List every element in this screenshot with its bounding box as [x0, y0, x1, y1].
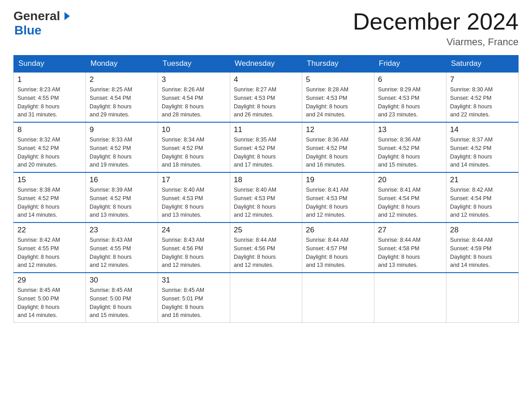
day-info: Sunrise: 8:40 AMSunset: 4:53 PMDaylight:… [234, 186, 298, 219]
calendar-cell: 31Sunrise: 8:45 AMSunset: 5:01 PMDayligh… [158, 273, 230, 323]
day-info: Sunrise: 8:45 AMSunset: 5:01 PMDaylight:… [162, 286, 226, 320]
week-row-1: 1Sunrise: 8:23 AMSunset: 4:55 PMDaylight… [14, 72, 519, 122]
day-number: 10 [162, 125, 226, 134]
col-thursday: Thursday [302, 56, 374, 73]
day-info: Sunrise: 8:37 AMSunset: 4:52 PMDaylight:… [450, 136, 515, 169]
day-number: 13 [378, 125, 442, 134]
calendar-cell [446, 273, 519, 323]
calendar-cell: 26Sunrise: 8:44 AMSunset: 4:57 PMDayligh… [302, 223, 374, 273]
logo-arrow-icon [61, 11, 71, 21]
day-info: Sunrise: 8:42 AMSunset: 4:54 PMDaylight:… [450, 186, 515, 219]
calendar-cell: 14Sunrise: 8:37 AMSunset: 4:52 PMDayligh… [446, 122, 519, 172]
col-saturday: Saturday [446, 56, 519, 73]
col-friday: Friday [374, 56, 446, 73]
day-number: 8 [17, 125, 82, 134]
day-number: 27 [378, 226, 442, 235]
day-number: 14 [450, 125, 515, 134]
title-block: December 2024 Viarmes, France [353, 9, 519, 48]
page-header: General Blue December 2024 Viarmes, Fran… [13, 9, 519, 48]
day-number: 24 [162, 226, 226, 235]
day-info: Sunrise: 8:44 AMSunset: 4:56 PMDaylight:… [234, 236, 298, 270]
day-info: Sunrise: 8:43 AMSunset: 4:56 PMDaylight:… [162, 236, 226, 270]
day-info: Sunrise: 8:38 AMSunset: 4:52 PMDaylight:… [17, 186, 82, 219]
day-info: Sunrise: 8:26 AMSunset: 4:54 PMDaylight:… [162, 86, 226, 119]
calendar-cell: 24Sunrise: 8:43 AMSunset: 4:56 PMDayligh… [158, 223, 230, 273]
calendar-cell: 8Sunrise: 8:32 AMSunset: 4:52 PMDaylight… [14, 122, 86, 172]
calendar-cell: 30Sunrise: 8:45 AMSunset: 5:00 PMDayligh… [86, 273, 158, 323]
calendar-header-row: Sunday Monday Tuesday Wednesday Thursday… [14, 56, 519, 73]
calendar-cell: 4Sunrise: 8:27 AMSunset: 4:53 PMDaylight… [230, 72, 302, 122]
calendar-cell [230, 273, 302, 323]
day-info: Sunrise: 8:30 AMSunset: 4:52 PMDaylight:… [450, 86, 515, 119]
day-info: Sunrise: 8:34 AMSunset: 4:52 PMDaylight:… [162, 136, 226, 169]
calendar-cell: 17Sunrise: 8:40 AMSunset: 4:53 PMDayligh… [158, 172, 230, 223]
day-number: 3 [162, 75, 226, 84]
week-row-5: 29Sunrise: 8:45 AMSunset: 5:00 PMDayligh… [14, 273, 519, 323]
logo-general-text: General [13, 9, 60, 23]
day-info: Sunrise: 8:45 AMSunset: 5:00 PMDaylight:… [90, 286, 154, 320]
day-info: Sunrise: 8:43 AMSunset: 4:55 PMDaylight:… [90, 236, 154, 270]
calendar-cell: 7Sunrise: 8:30 AMSunset: 4:52 PMDaylight… [446, 72, 519, 122]
day-number: 28 [450, 226, 515, 235]
calendar-cell: 25Sunrise: 8:44 AMSunset: 4:56 PMDayligh… [230, 223, 302, 273]
calendar-cell: 2Sunrise: 8:25 AMSunset: 4:54 PMDaylight… [86, 72, 158, 122]
logo-blue-text: Blue [14, 23, 42, 38]
page-title: December 2024 [353, 9, 519, 34]
calendar-cell: 29Sunrise: 8:45 AMSunset: 5:00 PMDayligh… [14, 273, 86, 323]
day-number: 30 [90, 276, 154, 285]
day-info: Sunrise: 8:28 AMSunset: 4:53 PMDaylight:… [306, 86, 370, 119]
day-info: Sunrise: 8:44 AMSunset: 4:57 PMDaylight:… [306, 236, 370, 270]
day-number: 23 [90, 226, 154, 235]
day-number: 5 [306, 75, 370, 84]
col-monday: Monday [86, 56, 158, 73]
day-info: Sunrise: 8:32 AMSunset: 4:52 PMDaylight:… [17, 136, 82, 169]
day-number: 29 [17, 276, 82, 285]
logo: General Blue [13, 9, 71, 38]
day-info: Sunrise: 8:40 AMSunset: 4:53 PMDaylight:… [162, 186, 226, 219]
week-row-2: 8Sunrise: 8:32 AMSunset: 4:52 PMDaylight… [14, 122, 519, 172]
calendar-cell: 23Sunrise: 8:43 AMSunset: 4:55 PMDayligh… [86, 223, 158, 273]
calendar-cell: 12Sunrise: 8:36 AMSunset: 4:52 PMDayligh… [302, 122, 374, 172]
week-row-3: 15Sunrise: 8:38 AMSunset: 4:52 PMDayligh… [14, 172, 519, 223]
day-info: Sunrise: 8:39 AMSunset: 4:52 PMDaylight:… [90, 186, 154, 219]
day-number: 25 [234, 226, 298, 235]
calendar-cell: 18Sunrise: 8:40 AMSunset: 4:53 PMDayligh… [230, 172, 302, 223]
day-info: Sunrise: 8:42 AMSunset: 4:55 PMDaylight:… [17, 236, 82, 270]
svg-marker-0 [64, 12, 70, 20]
day-number: 26 [306, 226, 370, 235]
day-info: Sunrise: 8:44 AMSunset: 4:59 PMDaylight:… [450, 236, 515, 270]
day-number: 1 [17, 75, 82, 84]
day-info: Sunrise: 8:29 AMSunset: 4:53 PMDaylight:… [378, 86, 442, 119]
calendar-cell [302, 273, 374, 323]
day-info: Sunrise: 8:36 AMSunset: 4:52 PMDaylight:… [378, 136, 442, 169]
calendar-cell: 19Sunrise: 8:41 AMSunset: 4:53 PMDayligh… [302, 172, 374, 223]
day-number: 20 [378, 176, 442, 184]
calendar-cell: 21Sunrise: 8:42 AMSunset: 4:54 PMDayligh… [446, 172, 519, 223]
day-info: Sunrise: 8:36 AMSunset: 4:52 PMDaylight:… [306, 136, 370, 169]
day-number: 11 [234, 125, 298, 134]
day-info: Sunrise: 8:33 AMSunset: 4:52 PMDaylight:… [90, 136, 154, 169]
day-number: 4 [234, 75, 298, 84]
day-number: 31 [162, 276, 226, 285]
page-subtitle: Viarmes, France [353, 36, 519, 48]
day-info: Sunrise: 8:25 AMSunset: 4:54 PMDaylight:… [90, 86, 154, 119]
col-tuesday: Tuesday [158, 56, 230, 73]
day-number: 2 [90, 75, 154, 84]
day-number: 6 [378, 75, 442, 84]
calendar-cell: 10Sunrise: 8:34 AMSunset: 4:52 PMDayligh… [158, 122, 230, 172]
day-number: 19 [306, 176, 370, 184]
day-number: 7 [450, 75, 515, 84]
calendar-cell [374, 273, 446, 323]
day-number: 18 [234, 176, 298, 184]
day-info: Sunrise: 8:35 AMSunset: 4:52 PMDaylight:… [234, 136, 298, 169]
calendar-cell: 3Sunrise: 8:26 AMSunset: 4:54 PMDaylight… [158, 72, 230, 122]
calendar-cell: 27Sunrise: 8:44 AMSunset: 4:58 PMDayligh… [374, 223, 446, 273]
day-info: Sunrise: 8:41 AMSunset: 4:53 PMDaylight:… [306, 186, 370, 219]
day-number: 12 [306, 125, 370, 134]
calendar-cell: 5Sunrise: 8:28 AMSunset: 4:53 PMDaylight… [302, 72, 374, 122]
calendar-cell: 15Sunrise: 8:38 AMSunset: 4:52 PMDayligh… [14, 172, 86, 223]
calendar-cell: 22Sunrise: 8:42 AMSunset: 4:55 PMDayligh… [14, 223, 86, 273]
day-number: 16 [90, 176, 154, 184]
day-number: 22 [17, 226, 82, 235]
day-number: 17 [162, 176, 226, 184]
